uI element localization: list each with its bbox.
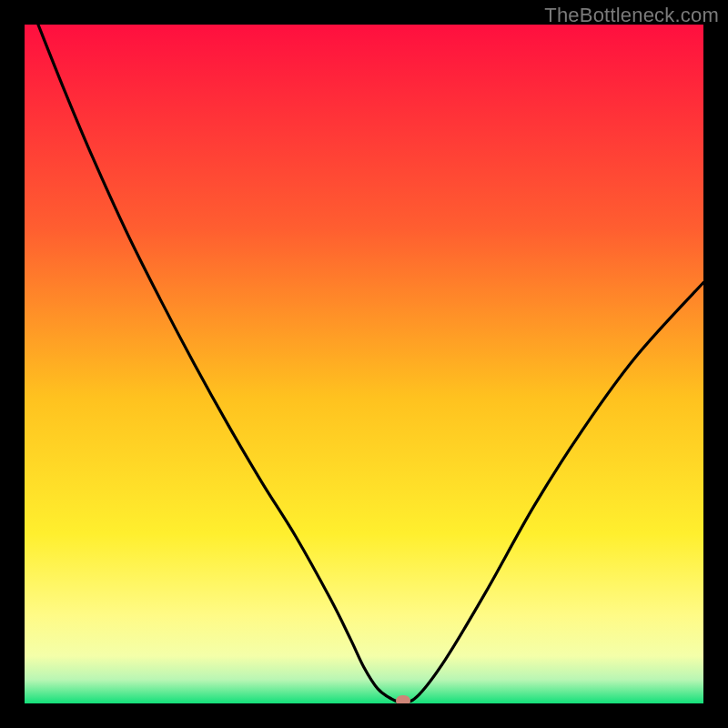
chart-frame: TheBottleneck.com (0, 0, 728, 728)
bottleneck-curve (25, 25, 703, 703)
watermark-text: TheBottleneck.com (544, 4, 719, 27)
plot-area (25, 25, 703, 703)
bottleneck-marker (396, 695, 410, 703)
